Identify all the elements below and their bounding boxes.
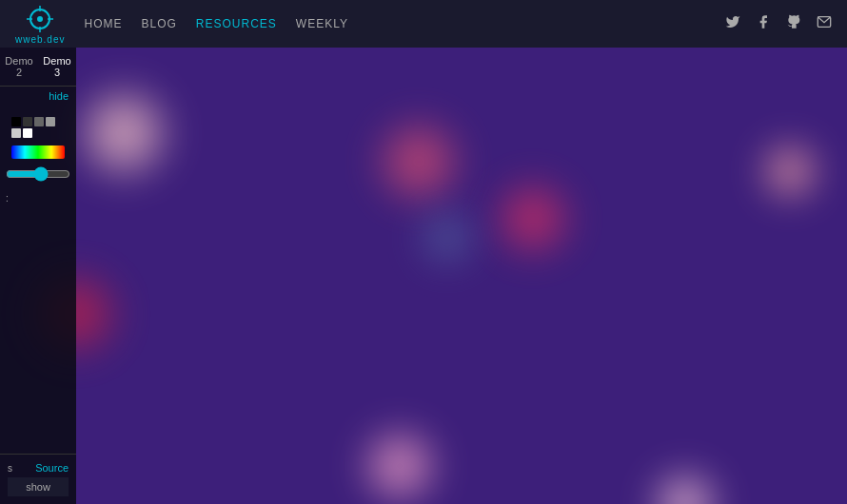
slider-row [6, 166, 70, 185]
logo-text: wweb.dev [15, 34, 65, 45]
nav-weekly[interactable]: WEEKLY [296, 17, 348, 30]
swatch[interactable] [11, 128, 21, 138]
bokeh-blob-2 [490, 176, 576, 262]
show-button[interactable]: show [8, 477, 69, 496]
bokeh-blob-5 [414, 204, 481, 271]
bokeh-blob-7 [647, 466, 723, 504]
nav-socials [725, 14, 832, 33]
nav-links: HOME BLOG RESOURCES WEEKLY [84, 17, 725, 30]
bokeh-blob-6 [357, 423, 443, 504]
nav-resources[interactable]: RESOURCES [196, 17, 277, 30]
logo[interactable]: wweb.dev [15, 4, 65, 45]
bokeh-blob-3 [757, 138, 823, 204]
swatch[interactable] [23, 117, 32, 126]
email-icon[interactable] [817, 14, 832, 33]
gradient-bar [11, 145, 65, 159]
sidebar-panel: Demo 2 Demo 3 hide : s Source show [0, 48, 76, 504]
sidebar-controls: : [0, 106, 76, 454]
tab-demo2[interactable]: Demo 2 [0, 48, 38, 86]
facebook-icon[interactable] [756, 14, 771, 33]
sidebar-tabs: Demo 2 Demo 3 [0, 48, 76, 87]
demo-canvas [0, 48, 847, 504]
hide-button[interactable]: hide [0, 87, 76, 106]
nav-blog[interactable]: BLOG [141, 17, 176, 30]
swatch[interactable] [11, 117, 21, 126]
swatch[interactable] [34, 117, 44, 126]
bokeh-blob-0 [71, 81, 176, 185]
sidebar-colon-label: : [6, 193, 70, 204]
swatch[interactable] [23, 128, 32, 138]
value-slider[interactable] [6, 166, 70, 182]
color-swatches [6, 113, 70, 142]
swatch[interactable] [46, 117, 55, 126]
bokeh-blob-1 [371, 114, 466, 209]
source-link[interactable]: Source [35, 462, 69, 474]
nav-home[interactable]: HOME [84, 17, 122, 30]
sidebar-s-label: s [8, 463, 12, 474]
navbar: wweb.dev HOME BLOG RESOURCES WEEKLY [0, 0, 847, 48]
twitter-icon[interactable] [725, 14, 740, 33]
sidebar-bottom: s Source show [0, 454, 76, 504]
svg-point-1 [37, 16, 43, 22]
tab-demo3[interactable]: Demo 3 [38, 48, 76, 86]
github-icon[interactable] [786, 14, 801, 33]
